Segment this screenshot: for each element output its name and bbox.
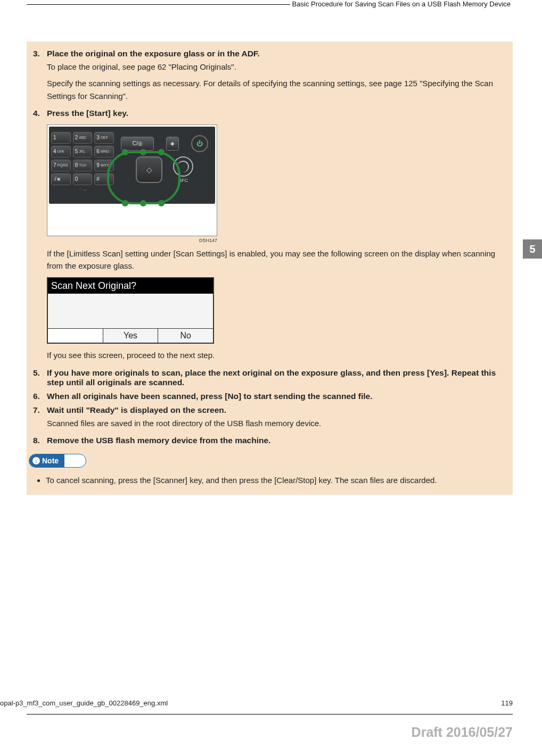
step-5: 5. If you have more originals to scan, p… <box>33 368 502 389</box>
step-para: If the [Limitless Scan] setting under [S… <box>47 247 502 272</box>
note-heading: ↓ Note <box>29 454 86 468</box>
chapter-tab: 5 <box>523 239 542 259</box>
figure-code: DSH147 <box>47 238 217 243</box>
bottom-rule <box>27 714 513 715</box>
lcd-screen-figure: Scan Next Original? Yes No <box>47 277 214 344</box>
key-star: ·/⋇ <box>51 173 71 185</box>
step-title: Wait until "Ready" is displayed on the s… <box>47 405 502 415</box>
note-label-text: Note <box>42 455 59 467</box>
content-box: 3. Place the original on the exposure gl… <box>27 41 513 495</box>
lcd-title: Scan Next Original? <box>48 278 213 294</box>
step-para: Specify the scanning settings as necessa… <box>47 77 502 102</box>
note-list: To cancel scanning, press the [Scanner] … <box>46 475 502 487</box>
key-4: 4GHI <box>51 146 71 157</box>
numeric-keypad: 1 2ABC 3DEF 4GHI 5JKL 6MNO <box>51 132 114 190</box>
key-7: 7PQRS <box>51 160 71 171</box>
power-key: ⏻ <box>191 135 208 152</box>
step-3: 3. Place the original on the exposure gl… <box>33 49 502 106</box>
step-title: If you have more originals to scan, plac… <box>47 368 502 387</box>
running-head: Basic Procedure for Saving Scan Files on… <box>290 0 513 8</box>
step-4: 4. Press the [Start] key. 1 2ABC 3DEF <box>33 109 502 366</box>
control-panel-figure: 1 2ABC 3DEF 4GHI 5JKL 6MNO <box>47 124 502 243</box>
footer-file-ref: opal-p3_mf3_com_user_guide_gb_00228469_e… <box>0 699 168 707</box>
key-5: 5JKL <box>73 146 93 157</box>
keypad-sublabel: - . _ <box>51 186 114 190</box>
step-number: 4. <box>33 109 47 366</box>
key-8: 8TUV <box>73 160 93 171</box>
step-title: When all originals have been scanned, pr… <box>47 392 502 401</box>
lcd-yes-button: Yes <box>103 329 158 343</box>
step-para: Scanned files are saved in the root dire… <box>47 417 502 429</box>
note-icon: ↓ <box>32 457 40 464</box>
page-footer: opal-p3_mf3_com_user_guide_gb_00228469_e… <box>0 699 513 707</box>
key-3: 3DEF <box>94 132 114 144</box>
draft-stamp: Draft 2016/05/27 <box>412 725 513 740</box>
step-number: 8. <box>33 436 47 447</box>
step-number: 6. <box>33 392 47 403</box>
footer-page-number: 119 <box>501 699 513 707</box>
step-6: 6. When all originals have been scanned,… <box>33 392 502 403</box>
step-7: 7. Wait until "Ready" is displayed on th… <box>33 405 502 434</box>
step-title: Remove the USB flash memory device from … <box>47 436 502 445</box>
step-8: 8. Remove the USB flash memory device fr… <box>33 436 502 447</box>
step-number: 3. <box>33 49 47 106</box>
clear-stop-key: C/◎ <box>121 137 154 151</box>
lcd-no-button: No <box>158 329 213 343</box>
density-key: ◈ <box>166 137 179 151</box>
step-number: 7. <box>33 405 47 434</box>
step-para: To place the original, see page 62 "Plac… <box>47 61 502 73</box>
key-2: 2ABC <box>73 132 93 144</box>
note-item: To cancel scanning, press the [Scanner] … <box>46 475 502 487</box>
step-title: Place the original on the exposure glass… <box>47 49 502 59</box>
key-6: 6MNO <box>94 146 114 157</box>
key-1: 1 <box>51 132 71 144</box>
key-0: 0 <box>73 173 93 185</box>
step-number: 5. <box>33 368 47 389</box>
step-para: If you see this screen, proceed to the n… <box>47 349 502 361</box>
callout-highlight-ring <box>107 151 180 204</box>
step-title: Press the [Start] key. <box>47 109 502 118</box>
